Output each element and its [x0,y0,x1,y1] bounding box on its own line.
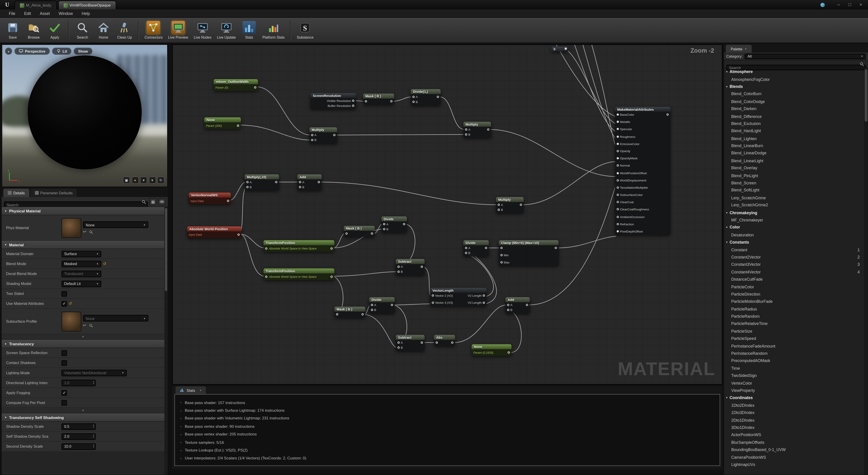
toolbar-clean-up[interactable]: Clean Up [114,19,135,42]
checkbox-apply-fogging[interactable]: ✓ [61,390,67,395]
output-pin[interactable] [451,342,454,344]
input-pin-row[interactable]: AmbientOcclusion [617,215,649,218]
input-pin-row[interactable]: Roughness [617,135,649,138]
palette-tab[interactable]: Palette ▼ [726,45,752,53]
input-pin[interactable] [246,181,249,183]
palette-item-blend-overlay[interactable]: Blend_Overlay [724,164,864,172]
input-pin-row[interactable] [436,341,438,344]
output-pin[interactable] [391,304,393,306]
expand-more-button[interactable]: ▼ [2,408,164,413]
output-pin-row[interactable] [437,95,439,98]
close-button[interactable]: × [856,1,866,8]
output-pin[interactable] [362,313,364,315]
palette-item-lightmapuvs[interactable]: LightmapUVs [724,461,864,468]
node-none[interactable]: NoneParam (200) [204,117,241,129]
input-pin[interactable] [500,247,503,249]
palette-item-camerapositionws[interactable]: CameraPositionWS [724,453,864,461]
input-pin[interactable] [383,228,385,230]
input-pin[interactable] [617,201,619,203]
stats-tab[interactable]: Stats ▼ [176,386,206,394]
input-pin-row[interactable]: A [299,181,304,184]
output-pin[interactable] [555,247,557,249]
menu-window[interactable]: Window [54,9,77,18]
toolbar-stats[interactable]: Stats [239,19,260,42]
input-pin[interactable] [465,252,467,254]
input-pin-row[interactable]: B [465,251,470,254]
node-mask-b[interactable]: Mask ( B ) [334,307,365,318]
input-pin[interactable] [345,232,348,235]
output-pin[interactable] [485,247,487,249]
palette-category-chromakeying[interactable]: ▼Chromakeying [724,209,864,216]
palette-item-particlerelativetime[interactable]: ParticleRelativeTime [724,320,864,327]
asset-dropdown-phys-material[interactable]: None▼ [83,221,148,228]
toolbar-live-nodes[interactable]: Live Nodes [191,19,214,42]
node-vectorlength[interactable]: VectorLengthVector 2 (V2)Vector 3 (V3)V2… [430,288,487,306]
input-pin[interactable] [246,186,249,188]
palette-item-blend-difference[interactable]: Blend_Difference [724,113,864,120]
output-pin[interactable] [483,294,485,297]
dropdown-icon[interactable]: ▾ [149,177,156,184]
input-pin[interactable] [397,266,400,268]
input-pin-row[interactable]: B [498,208,503,211]
use-selected-icon[interactable]: ↩ [83,230,86,234]
toolbar-save[interactable]: Save [2,19,23,42]
input-pin[interactable] [617,142,619,145]
input-pin[interactable] [397,346,400,348]
input-pin[interactable] [265,275,268,278]
input-pin-row[interactable]: B [246,185,252,188]
asset-tab-m-alicia-body[interactable]: M_Alicia_body [14,0,57,9]
palette-item-actorpositionws[interactable]: ActorPositionWS [724,431,864,439]
input-pin[interactable] [311,134,313,136]
section-physical-material[interactable]: ▼Physical Material [2,207,164,215]
input-pin-row[interactable]: A [383,223,389,225]
tab-details[interactable]: Details [3,189,29,197]
input-pin-row[interactable]: Vector 2 (V2) [432,294,453,297]
node-makematerialattributes[interactable]: MakeMaterialAttributesBaseColorMetallicS… [615,107,671,235]
node-divide[interactable]: DivideAB [369,297,395,313]
input-pin[interactable] [371,304,373,306]
input-pin-row[interactable]: EmissiveColor [617,142,649,145]
input-pin[interactable] [397,342,400,344]
node-add[interactable]: AddAB [297,174,322,190]
node-divide[interactable]: DivideAB [381,217,407,232]
palette-item-particledirection[interactable]: ParticleDirection [724,290,864,298]
palette-item-blend-softlight[interactable]: Blend_SoftLight [724,187,864,194]
input-pin[interactable] [465,133,467,135]
output-pin-row[interactable] [362,313,364,316]
menu-edit[interactable]: Edit [20,9,35,18]
input-pin-row[interactable]: A [465,128,470,131]
input-pin-row[interactable]: A [397,265,403,268]
menu-asset[interactable]: Asset [35,9,54,18]
output-pin[interactable] [391,100,393,102]
input-pin[interactable] [412,100,414,103]
palette-category-blends[interactable]: ▼Blends [724,83,864,90]
input-pin[interactable] [617,150,619,152]
checkbox-use-material-attributes[interactable]: ✓ [61,301,67,306]
input-pin[interactable] [432,302,434,304]
palette-item-blend-linearlight[interactable]: Blend_LinearLight [724,157,864,164]
number-directional-lighting-inten[interactable]: 1.0▴▾ [61,379,96,386]
output-pin[interactable] [333,134,336,136]
output-pin[interactable] [487,128,489,131]
checkbox-two-sided[interactable] [61,291,67,296]
output-pin[interactable] [254,86,256,88]
input-pin[interactable] [617,230,619,232]
minimize-button[interactable]: – [834,1,844,8]
input-pin-row[interactable]: ClearCoatRoughness [617,208,649,211]
toolbar-browse[interactable]: Browse [23,19,44,42]
node-abs[interactable]: Abs [434,335,455,346]
palette-item-mf-chromakeyer[interactable]: MF_Chromakeyer [724,216,864,224]
input-pin[interactable] [617,208,619,211]
input-pin-row[interactable]: B [371,308,376,311]
palette-item-blend-darken[interactable]: Blend_Darken [724,105,864,113]
input-pin-row[interactable]: Opacity [617,150,649,152]
input-pin-row[interactable]: Max [500,261,509,264]
output-pin[interactable] [437,96,439,98]
toolbar-platform-stats[interactable]: Platform Stats [260,19,287,42]
input-pin-row[interactable]: A [412,95,418,98]
output-pin-row[interactable]: Visible Resolution [327,99,354,102]
input-pin-row[interactable]: A [311,133,316,136]
node-add[interactable]: AddAB [505,297,530,313]
output-pin[interactable] [352,100,354,102]
node-transformposition[interactable]: TransformPositionAbsolute World Space to… [264,240,334,252]
